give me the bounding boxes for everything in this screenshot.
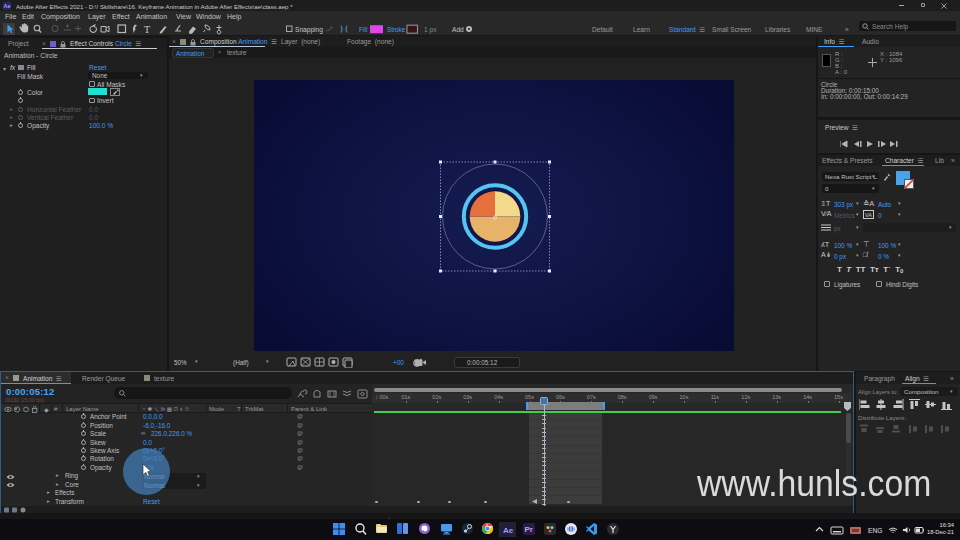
svg-text:Add: Add [452, 26, 464, 33]
svg-text:Snapping: Snapping [295, 26, 323, 34]
svg-text:ENG: ENG [868, 527, 882, 534]
svg-text:Ae: Ae [503, 526, 514, 535]
svg-text:T: T [144, 24, 150, 35]
svg-text:Stroke: Stroke [387, 26, 406, 33]
svg-text:Pr: Pr [525, 525, 533, 534]
svg-text:Fill: Fill [359, 26, 368, 33]
svg-text:1 px: 1 px [424, 26, 437, 34]
